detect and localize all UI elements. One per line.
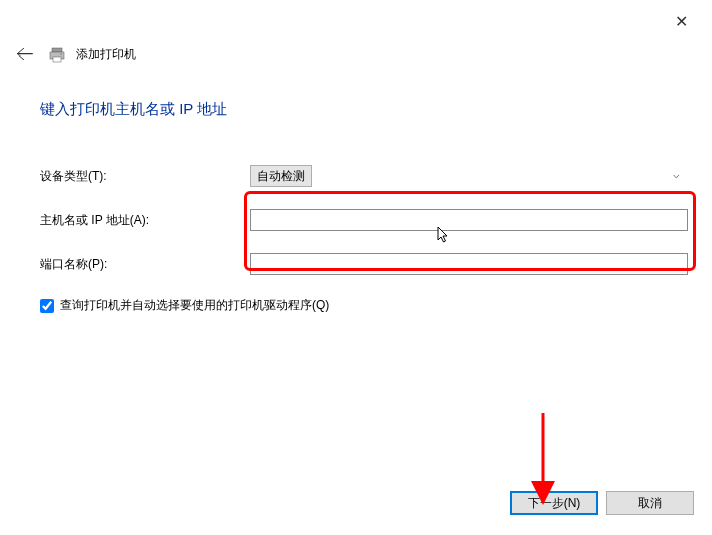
- svg-point-3: [60, 53, 62, 55]
- form-area: 设备类型(T): 自动检测 主机名或 IP 地址(A): 端口名称(P): 查询…: [40, 165, 688, 314]
- back-arrow-icon[interactable]: 🡠: [12, 42, 38, 67]
- auto-select-label: 查询打印机并自动选择要使用的打印机驱动程序(Q): [60, 297, 329, 314]
- portname-label: 端口名称(P):: [40, 256, 250, 273]
- portname-input[interactable]: [250, 253, 688, 275]
- footer-buttons: 下一步(N) 取消: [510, 491, 694, 515]
- device-type-select[interactable]: 自动检测: [250, 165, 312, 187]
- header: 🡠 添加打印机: [12, 42, 136, 67]
- window-title: 添加打印机: [76, 46, 136, 63]
- printer-icon: [48, 47, 66, 63]
- hostname-row: 主机名或 IP 地址(A):: [40, 209, 688, 231]
- cancel-button[interactable]: 取消: [606, 491, 694, 515]
- auto-select-row: 查询打印机并自动选择要使用的打印机驱动程序(Q): [40, 297, 688, 314]
- auto-select-checkbox[interactable]: [40, 299, 54, 313]
- device-type-label: 设备类型(T):: [40, 168, 250, 185]
- close-button[interactable]: ✕: [667, 8, 696, 35]
- svg-rect-2: [53, 57, 61, 62]
- hostname-input[interactable]: [250, 209, 688, 231]
- portname-row: 端口名称(P):: [40, 253, 688, 275]
- device-type-select-wrapper: 自动检测: [250, 165, 688, 187]
- device-type-row: 设备类型(T): 自动检测: [40, 165, 688, 187]
- hostname-label: 主机名或 IP 地址(A):: [40, 212, 250, 229]
- svg-rect-0: [52, 48, 62, 52]
- page-heading: 键入打印机主机名或 IP 地址: [40, 100, 227, 119]
- next-button[interactable]: 下一步(N): [510, 491, 598, 515]
